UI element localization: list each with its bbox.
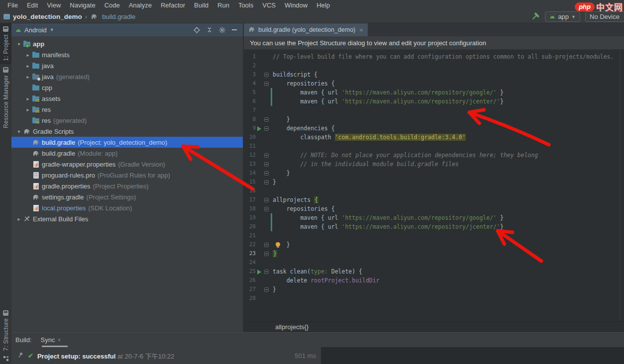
tree-collapsed-arrow-icon[interactable]: ▸ xyxy=(24,107,32,112)
tree-item-gradle-wrapper-properties-gradle-version[interactable]: gradle-wrapper.properties(Gradle Version… xyxy=(11,159,243,170)
editor-breadcrumb[interactable]: allprojects{} xyxy=(244,321,624,332)
build-hammer-icon[interactable] xyxy=(531,12,540,22)
code-line-7[interactable]: 7 xyxy=(244,106,624,115)
tree-item-app[interactable]: ▾app xyxy=(11,38,243,49)
editor-tab-build-gradle[interactable]: build.gradle (yolo_detection_demo) × xyxy=(244,23,368,36)
code-line-12[interactable]: 12 // NOTE: Do not place your applicatio… xyxy=(244,151,624,160)
code-line-16[interactable]: 16 xyxy=(244,186,624,195)
menu-view[interactable]: View xyxy=(42,1,65,9)
code-line-19[interactable]: 19 maven { url 'https://maven.aliyun.com… xyxy=(244,213,624,222)
code-line-26[interactable]: 26 delete rootProject.buildDir xyxy=(244,276,624,285)
code-line-6[interactable]: 6 maven { url 'https://maven.aliyun.com/… xyxy=(244,97,624,106)
tool-button-project[interactable]: 1: Project xyxy=(0,23,11,64)
fold-open-icon[interactable] xyxy=(264,270,269,274)
fold-close-icon[interactable] xyxy=(264,252,269,256)
tree-collapsed-arrow-icon[interactable]: ▸ xyxy=(24,63,32,69)
menu-navigate[interactable]: Navigate xyxy=(65,1,100,9)
tree-collapsed-arrow-icon[interactable]: ▸ xyxy=(24,96,32,101)
code-line-13[interactable]: 13 // in the individual module build.gra… xyxy=(244,160,624,169)
tree-item-build-gradle-module-app[interactable]: build.gradle(Module: app) xyxy=(11,148,243,159)
run-gutter-icon[interactable] xyxy=(257,270,261,274)
locate-file-icon[interactable] xyxy=(194,27,200,33)
menu-vcs[interactable]: VCS xyxy=(258,1,280,9)
tree-item-proguard-rules-pro-proguard-rules-for-app[interactable]: proguard-rules.pro(ProGuard Rules for ap… xyxy=(11,170,243,181)
tree-collapsed-arrow-icon[interactable]: ▸ xyxy=(24,74,32,80)
tree-item-local-properties-sdk-location[interactable]: local.properties(SDK Location) xyxy=(11,202,243,213)
code-line-22[interactable]: 22 } xyxy=(244,240,624,249)
tool-button-structure[interactable]: 7: Structure xyxy=(0,307,11,354)
tool-button-resource-manager[interactable]: Resource Manager xyxy=(0,64,11,131)
collapse-all-icon[interactable] xyxy=(207,27,212,33)
menu-code[interactable]: Code xyxy=(100,1,124,9)
breadcrumb-project[interactable]: yolo_detection_demo xyxy=(13,13,82,20)
code-line-18[interactable]: 18 repositories { xyxy=(244,204,624,213)
tree-collapsed-arrow-icon[interactable]: ▸ xyxy=(24,52,32,58)
code-line-2[interactable]: 2 xyxy=(244,61,624,70)
fold-open-icon[interactable] xyxy=(264,153,269,158)
fold-close-icon[interactable] xyxy=(264,162,269,167)
code-line-10[interactable]: 10 classpath 'com.android.tools.build:gr… xyxy=(244,133,624,142)
code-line-23[interactable]: 23} xyxy=(244,249,624,258)
code-line-5[interactable]: 5 maven { url 'https://maven.aliyun.com/… xyxy=(244,88,624,97)
close-icon[interactable]: × xyxy=(359,26,363,34)
fold-open-icon[interactable] xyxy=(264,73,269,77)
menu-refactor[interactable]: Refactor xyxy=(156,1,190,9)
tree-item-settings-gradle-project-settings[interactable]: settings.gradle(Project Settings) xyxy=(11,191,243,202)
close-icon[interactable]: × xyxy=(57,337,61,344)
build-output-console[interactable] xyxy=(321,347,624,364)
code-line-3[interactable]: 3buildscript { xyxy=(244,70,624,79)
menu-run[interactable]: Run xyxy=(213,1,234,9)
tree-item-java[interactable]: ▸java xyxy=(11,60,243,71)
code-line-1[interactable]: 1// Top-level build file where you can a… xyxy=(244,52,624,61)
tree-item-gradle-scripts[interactable]: ▾Gradle Scripts xyxy=(11,126,243,137)
hide-panel-icon[interactable] xyxy=(232,29,237,30)
tree-item-gradle-properties-project-properties[interactable]: gradle.properties(Project Properties) xyxy=(11,181,243,191)
code-line-15[interactable]: 15} xyxy=(244,178,624,186)
code-editor[interactable]: 1// Top-level build file where you can a… xyxy=(244,50,624,321)
code-line-11[interactable]: 11 xyxy=(244,142,624,151)
fold-close-icon[interactable] xyxy=(264,243,269,247)
run-configuration-selector[interactable]: app ▼ xyxy=(545,11,580,22)
fold-close-icon[interactable] xyxy=(264,287,269,292)
tree-item-java-generated[interactable]: ▸java(generated) xyxy=(11,71,243,82)
tree-item-manifests[interactable]: ▸manifests xyxy=(11,49,243,60)
fold-open-icon[interactable] xyxy=(264,207,269,211)
device-selector[interactable]: No Device xyxy=(585,11,624,22)
bottom-tool-icon[interactable] xyxy=(3,356,8,361)
tree-item-res-generated[interactable]: res(generated) xyxy=(11,115,243,126)
tree-item-external-build-files[interactable]: ▸External Build Files xyxy=(11,213,243,224)
fold-close-icon[interactable] xyxy=(264,171,269,176)
run-gutter-icon[interactable] xyxy=(257,126,261,131)
menu-tools[interactable]: Tools xyxy=(234,1,258,9)
menu-file[interactable]: File xyxy=(3,1,22,9)
code-line-17[interactable]: 17allprojects { xyxy=(244,195,624,204)
code-line-27[interactable]: 27} xyxy=(244,285,624,294)
fold-open-icon[interactable] xyxy=(264,82,269,86)
menu-analyze[interactable]: Analyze xyxy=(124,1,156,9)
code-line-4[interactable]: 4 repositories { xyxy=(244,79,624,88)
breadcrumb-file[interactable]: build.gradle xyxy=(102,13,135,20)
menu-help[interactable]: Help xyxy=(312,1,334,9)
code-line-24[interactable]: 24 xyxy=(244,258,624,267)
code-line-28[interactable]: 28 xyxy=(244,294,624,303)
tree-expanded-arrow-icon[interactable]: ▾ xyxy=(15,129,23,134)
build-tab-sync[interactable]: Sync × xyxy=(41,336,61,344)
pin-icon[interactable] xyxy=(17,352,24,360)
settings-gear-icon[interactable] xyxy=(219,27,225,33)
menu-window[interactable]: Window xyxy=(280,1,312,9)
project-view-selector[interactable]: Android xyxy=(24,26,47,34)
fold-open-icon[interactable] xyxy=(264,126,269,131)
chevron-down-icon[interactable]: ▼ xyxy=(50,27,54,32)
code-line-20[interactable]: 20 maven { url 'https://maven.aliyun.com… xyxy=(244,222,624,231)
fold-open-icon[interactable] xyxy=(264,198,269,202)
code-line-8[interactable]: 8 } xyxy=(244,115,624,124)
code-line-25[interactable]: 25task clean(type: Delete) { xyxy=(244,267,624,276)
code-line-21[interactable]: 21 xyxy=(244,231,624,240)
tree-expanded-arrow-icon[interactable]: ▾ xyxy=(15,41,23,47)
tree-item-build-gradle-project-yolo-detection-demo[interactable]: build.gradle(Project: yolo_detection_dem… xyxy=(11,137,243,148)
fold-close-icon[interactable] xyxy=(264,180,269,184)
code-line-9[interactable]: 9 dependencies { xyxy=(244,124,624,133)
tree-item-res[interactable]: ▸res xyxy=(11,104,243,115)
menu-edit[interactable]: Edit xyxy=(22,1,42,9)
tree-collapsed-arrow-icon[interactable]: ▸ xyxy=(15,216,23,222)
